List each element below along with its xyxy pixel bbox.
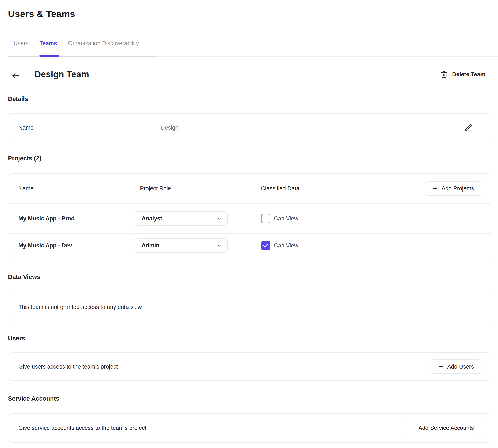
tab-bar: Users Teams Organization Discoverability (14, 39, 139, 48)
projects-card: Name Project Role Classified Data Add Pr… (8, 173, 491, 258)
details-heading: Details (8, 96, 28, 102)
projects-heading: Projects (2) (8, 155, 41, 162)
column-header-name: Name (18, 185, 34, 192)
tab-users[interactable]: Users (14, 40, 29, 47)
users-description: Give users access to the team's project (18, 364, 118, 370)
plus-icon (432, 186, 438, 192)
project-name: My Music App - Dev (18, 242, 72, 249)
add-users-button[interactable]: Add Users (431, 359, 481, 374)
column-header-classified-data: Classified Data (261, 185, 300, 192)
project-row-my-music-app-dev: My Music App - Dev Admin Can View (8, 234, 491, 257)
chevron-down-icon (216, 243, 222, 248)
name-value: Design (161, 125, 178, 131)
active-tab-underline (39, 55, 59, 57)
details-card: Name Design (8, 113, 491, 142)
add-projects-button[interactable]: Add Projects (425, 181, 481, 196)
back-button[interactable] (11, 71, 21, 81)
column-header-project-role: Project Role (140, 185, 171, 192)
project-name: My Music App - Prod (18, 215, 75, 222)
add-service-accounts-button[interactable]: Add Service Accounts (402, 421, 481, 435)
plus-icon (409, 425, 415, 431)
can-view-checkbox[interactable] (261, 214, 270, 223)
edit-name-button[interactable] (464, 123, 473, 132)
data-views-empty-text: This team is not granted access to any d… (18, 304, 142, 310)
users-teams-page: Users & Teams Users Teams Organization D… (0, 0, 498, 448)
team-header: Design Team Delete Team (0, 69, 498, 82)
users-heading: Users (8, 335, 25, 342)
add-users-label: Add Users (447, 364, 474, 370)
delete-team-label: Delete Team (452, 71, 485, 78)
team-title: Design Team (34, 69, 89, 80)
arrow-left-icon (11, 71, 21, 80)
users-card: Give users access to the team's project … (8, 352, 491, 381)
projects-table-header: Name Project Role Classified Data Add Pr… (8, 174, 491, 204)
project-row-my-music-app-prod: My Music App - Prod Analyst Can View (8, 204, 491, 234)
tab-teams[interactable]: Teams (40, 40, 57, 47)
check-icon (263, 243, 269, 249)
add-service-accounts-label: Add Service Accounts (418, 425, 474, 431)
project-role-value: Analyst (142, 215, 162, 222)
project-role-select[interactable]: Admin (135, 238, 228, 253)
service-accounts-card: Give service accounts access to the team… (8, 413, 491, 443)
tabs-divider (8, 56, 155, 57)
can-view-checkbox[interactable] (261, 241, 270, 250)
service-accounts-heading: Service Accounts (8, 395, 59, 402)
page-title: Users & Teams (8, 9, 75, 19)
can-view-label: Can View (274, 242, 298, 249)
data-views-card: This team is not granted access to any d… (8, 292, 491, 322)
data-views-heading: Data Views (8, 273, 40, 280)
project-role-value: Admin (142, 242, 159, 249)
pencil-icon (464, 123, 472, 132)
tab-organization-discoverability[interactable]: Organization Discoverability (68, 40, 139, 47)
project-role-select[interactable]: Analyst (135, 211, 228, 226)
plus-icon (438, 364, 444, 370)
chevron-down-icon (216, 216, 222, 221)
trash-icon (440, 70, 448, 79)
delete-team-button[interactable]: Delete Team (440, 70, 485, 79)
can-view-label: Can View (274, 215, 298, 222)
service-accounts-description: Give service accounts access to the team… (18, 425, 146, 431)
name-label: Name (18, 125, 34, 131)
add-projects-label: Add Projects (442, 185, 474, 192)
